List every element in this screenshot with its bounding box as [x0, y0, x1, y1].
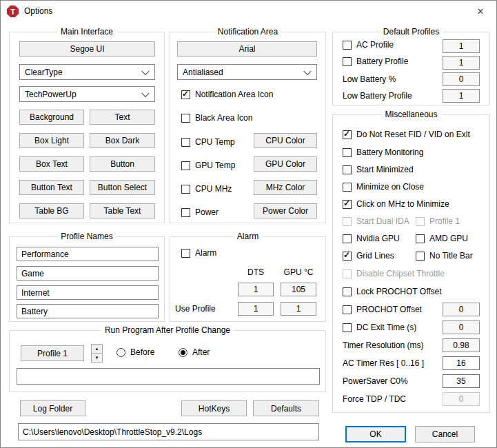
no-title-bar-checkbox[interactable]: No Title Bar — [416, 251, 473, 261]
checkbox[interactable] — [181, 185, 190, 194]
notification-area-icon-checkbox[interactable]: Notification Area Icon — [181, 90, 273, 99]
defaults-button[interactable]: Defaults — [253, 400, 319, 416]
ac-profile-field[interactable]: 1 — [443, 39, 480, 53]
table-bg-color-button[interactable]: Table BG — [19, 203, 84, 218]
checkbox[interactable] — [181, 114, 190, 123]
profile-name-1-input[interactable] — [17, 247, 159, 261]
battery-profile-checkbox[interactable]: Battery Profile — [343, 57, 408, 66]
checkbox[interactable] — [343, 234, 352, 243]
hotkeys-button[interactable]: HotKeys — [181, 400, 247, 416]
log-path-field[interactable] — [18, 423, 319, 440]
antialiasing-dropdown[interactable]: Antialiased — [177, 64, 317, 80]
checkbox[interactable] — [181, 161, 190, 170]
checkbox[interactable] — [343, 305, 352, 314]
checkbox[interactable] — [416, 252, 425, 261]
gpu-temp-checkbox[interactable]: GPU Temp — [181, 161, 235, 170]
before-radio[interactable]: Before — [116, 347, 154, 357]
alarm-gpu-field[interactable]: 105 — [281, 283, 316, 296]
checkbox[interactable] — [343, 41, 352, 50]
spin-up-icon[interactable]: ▲ — [91, 344, 103, 354]
powersaver-c0-field[interactable]: 35 — [443, 374, 480, 388]
profile-name-3-input[interactable] — [17, 285, 159, 300]
dropdown-value: Antialiased — [183, 68, 223, 77]
power-checkbox[interactable]: Power — [181, 207, 219, 217]
ac-profile-checkbox[interactable]: AC Profile — [343, 40, 394, 50]
cpu-temp-checkbox[interactable]: CPU Temp — [181, 137, 235, 147]
box-text-color-button[interactable]: Box Text — [19, 156, 84, 172]
font-smoothing-dropdown[interactable]: ClearType — [19, 64, 155, 80]
grid-lines-checkbox[interactable]: Grid Lines — [343, 251, 394, 261]
battery-monitoring-checkbox[interactable]: Battery Monitoring — [343, 147, 423, 157]
button-color-button[interactable]: Button — [90, 156, 155, 172]
run-program-profile-button[interactable]: Profile 1 — [21, 345, 84, 361]
checkbox-label: Battery Profile — [356, 57, 408, 66]
checkbox[interactable] — [343, 183, 352, 192]
radio-button[interactable] — [116, 348, 125, 357]
checkbox[interactable] — [181, 138, 190, 147]
use-profile-dts-field[interactable]: 1 — [238, 302, 274, 316]
lock-prochot-offset-checkbox[interactable]: Lock PROCHOT Offset — [343, 287, 442, 296]
battery-profile-field[interactable]: 1 — [443, 56, 480, 70]
close-icon[interactable]: ✕ — [465, 1, 496, 21]
ac-timer-res-field[interactable]: 16 — [443, 356, 480, 370]
button-text-color-button[interactable]: Button Text — [19, 180, 84, 195]
checkbox[interactable] — [343, 148, 352, 157]
chevron-down-icon — [141, 89, 149, 96]
checkbox[interactable] — [343, 130, 352, 139]
box-light-color-button[interactable]: Box Light — [19, 133, 84, 148]
cancel-button[interactable]: Cancel — [415, 426, 475, 442]
timer-resolution-label: Timer Resolution (ms) — [343, 340, 424, 350]
checkbox[interactable] — [181, 90, 190, 99]
gpu-color-button[interactable]: GPU Color — [254, 156, 317, 172]
ok-button[interactable]: OK — [345, 426, 406, 442]
black-area-icon-checkbox[interactable]: Black Area Icon — [181, 113, 252, 123]
spin-down-icon[interactable]: ▼ — [91, 353, 103, 363]
table-text-color-button[interactable]: Table Text — [90, 203, 155, 218]
use-profile-gpu-field[interactable]: 1 — [281, 302, 316, 316]
checkbox[interactable] — [343, 165, 352, 174]
nvidia-gpu-checkbox[interactable]: Nvidia GPU — [343, 234, 400, 243]
checkbox[interactable] — [343, 287, 352, 296]
main-interface-group: Main Interface Segoe UI ClearType TechPo… — [9, 32, 165, 223]
power-color-button[interactable]: Power Color — [254, 203, 317, 218]
checkbox[interactable] — [181, 208, 190, 217]
checkbox[interactable] — [343, 323, 352, 332]
notification-font-button[interactable]: Arial — [177, 41, 317, 57]
main-font-button[interactable]: Segoe UI — [19, 41, 155, 57]
text-color-button[interactable]: Text — [90, 110, 155, 125]
after-radio[interactable]: After — [179, 347, 210, 357]
checkbox[interactable] — [343, 200, 352, 209]
alarm-checkbox[interactable]: Alarm — [181, 248, 216, 258]
click-mhz-minimize-checkbox[interactable]: Click on MHz to Minimize — [343, 199, 449, 209]
checkbox[interactable] — [343, 252, 352, 261]
chevron-down-icon — [141, 67, 149, 74]
dc-exit-time-checkbox[interactable]: DC Exit Time (s) — [343, 323, 416, 332]
profile-name-2-input[interactable] — [17, 266, 159, 281]
low-battery-pct-field[interactable]: 0 — [443, 72, 480, 86]
cpu-color-button[interactable]: CPU Color — [254, 133, 317, 148]
start-minimized-checkbox[interactable]: Start Minimized — [343, 165, 414, 174]
checkbox[interactable] — [181, 249, 190, 258]
alarm-dts-field[interactable]: 1 — [238, 283, 274, 296]
prochot-offset-checkbox[interactable]: PROCHOT Offset — [343, 305, 422, 314]
low-battery-profile-field[interactable]: 1 — [443, 89, 480, 103]
minimize-on-close-checkbox[interactable]: Minimize on Close — [343, 182, 424, 192]
run-program-command-input[interactable] — [17, 368, 320, 385]
dc-exit-time-field[interactable]: 0 — [443, 320, 480, 334]
background-color-button[interactable]: Background — [19, 110, 84, 125]
prochot-offset-field[interactable]: 0 — [443, 303, 480, 316]
button-select-color-button[interactable]: Button Select — [90, 180, 155, 195]
radio-button[interactable] — [179, 348, 187, 357]
checkbox[interactable] — [416, 234, 425, 243]
amd-gpu-checkbox[interactable]: AMD GPU — [416, 234, 468, 243]
do-not-reset-fid-vid-checkbox[interactable]: Do Not Reset FID / VID on Exit — [343, 130, 470, 139]
profile-name-4-input[interactable] — [17, 304, 159, 318]
group-title: Profile Names — [57, 232, 116, 241]
mhz-color-button[interactable]: MHz Color — [254, 180, 317, 195]
checkbox[interactable] — [343, 57, 352, 66]
theme-dropdown[interactable]: TechPowerUp — [19, 86, 155, 102]
cpu-mhz-checkbox[interactable]: CPU MHz — [181, 184, 232, 194]
log-folder-button[interactable]: Log Folder — [20, 400, 85, 416]
box-dark-color-button[interactable]: Box Dark — [90, 133, 155, 148]
checkbox — [343, 269, 352, 278]
